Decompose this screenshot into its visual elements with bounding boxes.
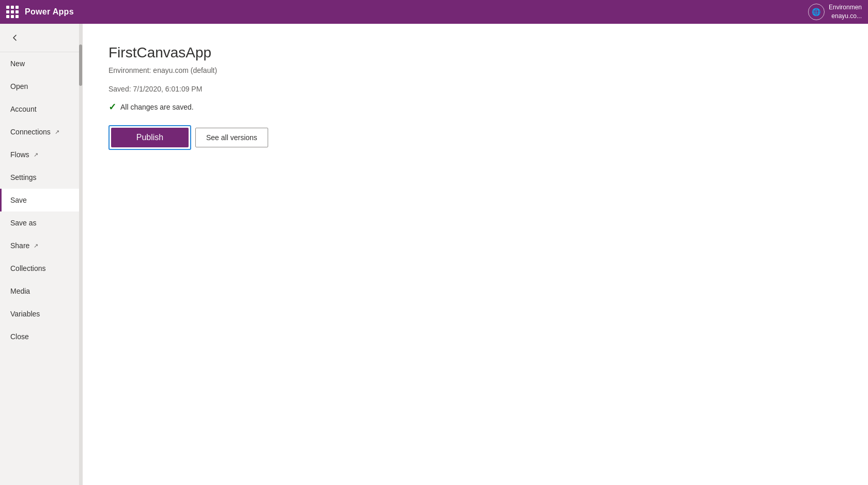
topbar-right: 🌐 Environmen enayu.co... bbox=[808, 3, 862, 21]
app-saved-time: Saved: 7/1/2020, 6:01:09 PM bbox=[109, 85, 842, 93]
sidebar-item-connections[interactable]: Connections ↗ bbox=[0, 120, 82, 143]
scrollbar-thumb[interactable] bbox=[79, 44, 82, 86]
back-icon bbox=[10, 33, 20, 42]
topbar-left: Power Apps bbox=[6, 6, 74, 18]
action-buttons: Publish See all versions bbox=[109, 125, 842, 150]
waffle-icon[interactable] bbox=[6, 6, 19, 18]
main-layout: New Open Account Connections ↗ Flows ↗ S… bbox=[0, 24, 868, 485]
environment-icon[interactable]: 🌐 bbox=[808, 4, 825, 20]
sidebar: New Open Account Connections ↗ Flows ↗ S… bbox=[0, 24, 83, 485]
sidebar-item-variables[interactable]: Variables bbox=[0, 302, 82, 325]
back-button[interactable] bbox=[0, 24, 82, 52]
checkmark-icon: ✓ bbox=[109, 101, 116, 113]
external-link-icon: ↗ bbox=[34, 151, 38, 158]
see-all-versions-button[interactable]: See all versions bbox=[195, 128, 268, 147]
sidebar-item-account[interactable]: Account bbox=[0, 98, 82, 120]
sidebar-item-settings[interactable]: Settings bbox=[0, 166, 82, 189]
publish-wrapper: Publish bbox=[109, 125, 191, 150]
environment-text: Environmen enayu.co... bbox=[829, 3, 862, 21]
sidebar-item-open[interactable]: Open bbox=[0, 75, 82, 98]
sidebar-item-media[interactable]: Media bbox=[0, 280, 82, 302]
saved-text: All changes are saved. bbox=[120, 103, 194, 111]
app-title: FirstCanvasApp bbox=[109, 44, 842, 61]
sidebar-item-save[interactable]: Save bbox=[0, 189, 82, 211]
app-environment: Environment: enayu.com (default) bbox=[109, 66, 842, 74]
sidebar-item-close[interactable]: Close bbox=[0, 325, 82, 348]
sidebar-item-share[interactable]: Share ↗ bbox=[0, 234, 82, 257]
sidebar-item-save-as[interactable]: Save as bbox=[0, 211, 82, 234]
saved-status: ✓ All changes are saved. bbox=[109, 101, 842, 113]
external-link-icon: ↗ bbox=[55, 129, 59, 135]
content-area: FirstCanvasApp Environment: enayu.com (d… bbox=[83, 24, 868, 485]
scrollbar-track bbox=[79, 24, 82, 485]
external-link-icon: ↗ bbox=[34, 242, 38, 249]
publish-button[interactable]: Publish bbox=[111, 128, 189, 147]
app-name: Power Apps bbox=[25, 7, 74, 17]
topbar: Power Apps 🌐 Environmen enayu.co... bbox=[0, 0, 868, 24]
sidebar-item-new[interactable]: New bbox=[0, 52, 82, 75]
sidebar-item-collections[interactable]: Collections bbox=[0, 257, 82, 280]
sidebar-item-flows[interactable]: Flows ↗ bbox=[0, 143, 82, 166]
